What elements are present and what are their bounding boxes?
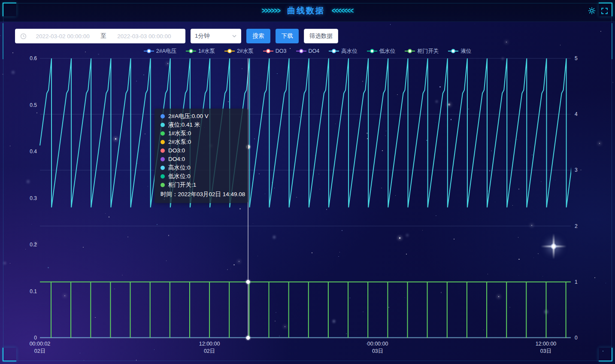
interval-select[interactable]: 1分钟 <box>191 29 241 43</box>
y-axis-left-label: 0.1 <box>0 288 37 294</box>
legend-item-label: 2#A电压 <box>156 48 176 55</box>
chevron-down-icon <box>232 33 237 39</box>
tooltip-series-dot-icon <box>161 149 165 153</box>
header-bar: >>>>>> 曲线数据 <<<<<<< <box>0 0 615 22</box>
legend-item[interactable]: 柜门开关 <box>405 48 439 55</box>
clock-icon <box>20 33 27 39</box>
legend-item-label: 高水位 <box>341 48 357 55</box>
tooltip-series-dot-icon <box>161 131 165 136</box>
date-separator: 至 <box>100 32 106 40</box>
legend-item[interactable]: 2#水泵 <box>224 48 254 55</box>
tooltip-row: 液位:0.41 米 <box>161 121 242 129</box>
legend-marker-icon <box>144 49 154 53</box>
legend-item-label: DO4 <box>309 48 320 54</box>
tooltip-series-dot-icon <box>161 114 165 118</box>
hover-tooltip: 2#A电压:0.00 V液位:0.41 米1#水泵:02#水泵:0DO3:0DO… <box>155 109 248 203</box>
series-door-switch-line <box>40 282 571 338</box>
date-end-value[interactable]: 2022-03-03 00:00:00 <box>108 33 180 39</box>
y-axis-right-label: 4 <box>575 111 578 117</box>
tooltip-series-dot-icon <box>161 157 165 161</box>
y-axis-left-label: 0.2 <box>0 242 37 248</box>
y-axis-left-label: 0.6 <box>0 55 37 61</box>
chart-area: 00.10.20.30.40.50.6 012345 00:00:0202日12… <box>0 0 615 364</box>
tooltip-time: 时间：2022年03月02日 14:49.08 <box>161 190 242 199</box>
legend-marker-icon <box>263 49 273 53</box>
tooltip-series-dot-icon <box>161 166 165 170</box>
chart-legend: 2#A电压1#水泵2#水泵DO3DO4高水位低水位柜门开关液位 <box>0 48 615 55</box>
legend-item-label: 液位 <box>460 48 471 55</box>
title-left-arrows: >>>>>> <box>262 6 280 15</box>
legend-marker-icon <box>405 49 415 53</box>
tooltip-series-dot-icon <box>161 174 165 179</box>
x-axis-label: 00:00:0202日 <box>30 340 51 355</box>
interval-select-value: 1分钟 <box>195 32 210 40</box>
date-start-value[interactable]: 2022-03-02 00:00:00 <box>27 33 99 39</box>
tooltip-row: DO4:0 <box>161 155 242 164</box>
y-axis-right-label: 0 <box>575 335 578 341</box>
tooltip-series-dot-icon <box>161 123 165 127</box>
crosshair-point <box>246 280 250 284</box>
tooltip-row: 低水位:0 <box>161 172 242 181</box>
legend-item[interactable]: 2#A电压 <box>144 48 176 55</box>
download-button[interactable]: 下载 <box>276 29 299 43</box>
crosshair-point <box>246 336 250 340</box>
tooltip-row: 柜门开关:1 <box>161 181 242 189</box>
legend-item-label: 1#水泵 <box>198 48 215 55</box>
date-range-input[interactable]: 2022-03-02 00:00:00 至 2022-03-03 00:00:0… <box>15 29 185 43</box>
legend-item[interactable]: 液位 <box>448 48 471 55</box>
legend-marker-icon <box>186 49 196 53</box>
x-axis-label: 00:00:0003日 <box>367 340 388 355</box>
legend-item[interactable]: 1#水泵 <box>186 48 215 55</box>
y-axis-right-label: 5 <box>575 55 578 61</box>
tooltip-series-dot-icon <box>161 140 165 144</box>
legend-item-label: DO3 <box>276 48 287 54</box>
legend-item[interactable]: 低水位 <box>367 48 396 55</box>
y-axis-left-label: 0 <box>0 335 37 341</box>
search-button[interactable]: 搜索 <box>246 29 270 43</box>
y-axis-right-label: 1 <box>575 279 578 285</box>
legend-item[interactable]: DO3 <box>263 48 287 55</box>
y-axis-right-label: 2 <box>575 223 578 229</box>
legend-marker-icon <box>367 49 377 53</box>
legend-item-label: 柜门开关 <box>417 48 439 55</box>
x-axis-label: 12:00:0003日 <box>536 340 557 355</box>
legend-item-label: 低水位 <box>379 48 396 55</box>
title-right-arrows: <<<<<<< <box>332 6 353 15</box>
fullscreen-icon[interactable] <box>601 7 608 15</box>
legend-item-label: 2#水泵 <box>237 48 254 55</box>
y-axis-left-label: 0.4 <box>0 149 37 155</box>
legend-marker-icon <box>448 49 458 53</box>
tooltip-row: 高水位:0 <box>161 164 242 172</box>
tooltip-row: DO3:0 <box>161 146 242 155</box>
legend-marker-icon <box>296 49 306 53</box>
legend-item[interactable]: 高水位 <box>329 48 357 55</box>
chart-svg[interactable] <box>40 58 571 338</box>
header-icons <box>588 0 608 21</box>
tooltip-row: 2#水泵:0 <box>161 138 242 146</box>
legend-marker-icon <box>329 49 339 53</box>
filter-data-button[interactable]: 筛选数据 <box>304 29 338 43</box>
x-axis-label: 12:00:0002日 <box>199 340 220 355</box>
tooltip-series-dot-icon <box>161 183 165 187</box>
tooltip-row: 1#水泵:0 <box>161 129 242 138</box>
tooltip-rows: 2#A电压:0.00 V液位:0.41 米1#水泵:02#水泵:0DO3:0DO… <box>161 112 242 189</box>
legend-item[interactable]: DO4 <box>296 48 320 55</box>
y-axis-right-label: 3 <box>575 167 578 173</box>
gear-icon[interactable] <box>588 7 596 15</box>
y-axis-left-label: 0.3 <box>0 195 37 201</box>
legend-marker-icon <box>224 49 235 53</box>
toolbar: 2022-03-02 00:00:00 至 2022-03-03 00:00:0… <box>15 29 338 43</box>
series-liquid-level-line <box>40 58 586 207</box>
page-title: 曲线数据 <box>287 5 325 16</box>
tooltip-row: 2#A电压:0.00 V <box>161 112 242 121</box>
y-axis-left-label: 0.5 <box>0 102 37 108</box>
